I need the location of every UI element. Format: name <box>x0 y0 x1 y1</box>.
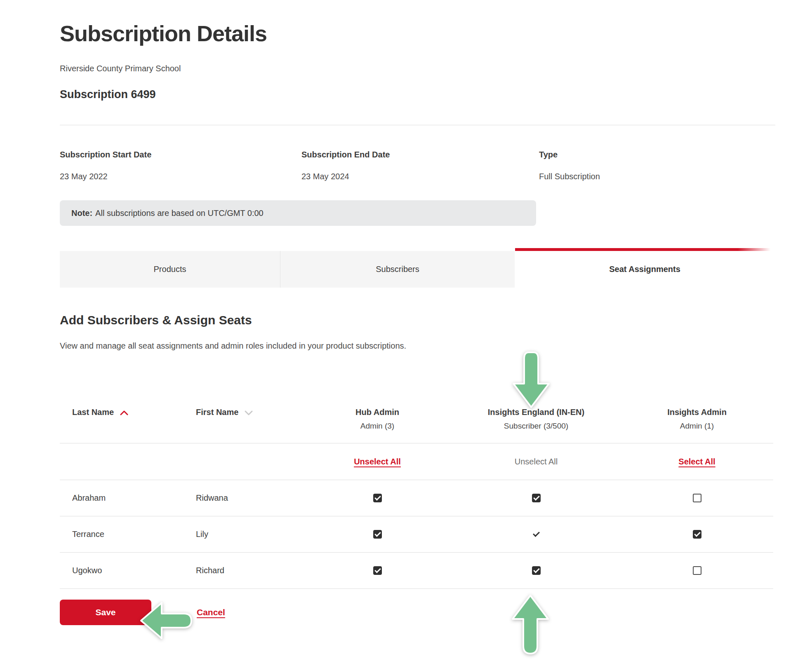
insights-admin-label: Insights Admin <box>621 408 773 417</box>
hub-admin-label: Hub Admin <box>303 408 452 417</box>
insights-admin-select-all-link[interactable]: Select All <box>678 457 715 466</box>
cancel-link[interactable]: Cancel <box>197 607 225 617</box>
insights-england-label: Insights England (IN-EN) <box>452 408 621 417</box>
note-text: All subscriptions are based on UTC/GMT 0… <box>95 209 264 218</box>
bulk-insights-england: Unselect All <box>452 457 621 466</box>
end-date-label: Subscription End Date <box>301 150 539 159</box>
hub-admin-checkbox[interactable] <box>373 530 382 539</box>
hub-admin-cell <box>303 530 452 539</box>
first-name-header-label: First Name <box>196 408 238 417</box>
insights-england-checkbox[interactable] <box>532 494 541 502</box>
column-header-first-name[interactable]: First Name <box>184 408 303 417</box>
form-actions: Save Cancel <box>60 600 812 625</box>
school-name: Riverside County Primary School <box>60 64 812 73</box>
end-date-value: 23 May 2024 <box>301 172 539 181</box>
start-date-field: Subscription Start Date 23 May 2022 <box>60 150 301 181</box>
insights-admin-checkbox[interactable] <box>693 530 701 539</box>
insights-admin-cell <box>621 566 773 575</box>
table-header-row: Last Name First Name Hub Admin Admin (3)… <box>60 404 773 443</box>
insights-england-cell <box>452 494 621 502</box>
first-name-cell: Richard <box>184 566 303 575</box>
column-header-last-name[interactable]: Last Name <box>60 408 184 417</box>
section-divider <box>60 125 775 125</box>
hub-admin-checkbox[interactable] <box>373 566 382 575</box>
seat-section-heading: Add Subscribers & Assign Seats <box>60 313 812 327</box>
end-date-field: Subscription End Date 23 May 2024 <box>301 150 539 181</box>
insights-england-readonly-check-icon <box>532 530 541 539</box>
type-label: Type <box>539 150 775 159</box>
bulk-hub-admin: Unselect All <box>303 457 452 466</box>
column-header-insights-england: Insights England (IN-EN) Subscriber (3/5… <box>452 408 621 431</box>
timezone-note: Note: All subscriptions are based on UTC… <box>60 200 536 226</box>
hub-admin-cell <box>303 494 452 502</box>
last-name-cell: Abraham <box>60 493 184 503</box>
insights-admin-cell <box>621 530 773 539</box>
hub-admin-unselect-all-link[interactable]: Unselect All <box>354 457 401 466</box>
seat-section-description: View and manage all seat assignments and… <box>60 341 812 351</box>
note-label: Note: <box>71 209 92 218</box>
column-header-hub-admin: Hub Admin Admin (3) <box>303 408 452 431</box>
last-name-cell: Ugokwo <box>60 566 184 575</box>
table-row: Terrance Lily <box>60 516 773 553</box>
insights-england-checkbox[interactable] <box>532 566 541 575</box>
sort-desc-icon <box>244 410 253 416</box>
hub-admin-sublabel: Admin (3) <box>303 422 452 431</box>
bulk-actions-row: Unselect All Unselect All Select All <box>60 443 773 480</box>
hub-admin-checkbox[interactable] <box>373 494 382 502</box>
insights-england-sublabel: Subscriber (3/500) <box>452 422 621 431</box>
column-header-insights-admin: Insights Admin Admin (1) <box>621 408 773 431</box>
insights-admin-checkbox[interactable] <box>693 566 701 575</box>
bulk-insights-admin: Select All <box>621 457 773 466</box>
table-row: Abraham Ridwana <box>60 480 773 516</box>
first-name-cell: Lily <box>184 530 303 539</box>
last-name-header-label: Last Name <box>72 408 114 417</box>
type-value: Full Subscription <box>539 172 775 181</box>
insights-admin-checkbox[interactable] <box>693 494 701 502</box>
subscription-number-heading: Subscription 6499 <box>60 88 812 101</box>
start-date-label: Subscription Start Date <box>60 150 301 159</box>
start-date-value: 23 May 2022 <box>60 172 301 181</box>
insights-england-cell <box>452 566 621 575</box>
subscription-details-page: Subscription Details Riverside County Pr… <box>0 0 812 625</box>
active-tab-indicator <box>515 248 812 251</box>
insights-admin-sublabel: Admin (1) <box>621 422 773 431</box>
save-button[interactable]: Save <box>60 600 151 625</box>
first-name-cell: Ridwana <box>184 493 303 503</box>
seat-assignments-table: Last Name First Name Hub Admin Admin (3)… <box>60 404 773 589</box>
tab-seat-assignments[interactable]: Seat Assignments <box>515 251 775 288</box>
page-title: Subscription Details <box>60 21 812 46</box>
last-name-cell: Terrance <box>60 530 184 539</box>
tab-products[interactable]: Products <box>60 251 280 288</box>
insights-admin-cell <box>621 494 773 502</box>
hub-admin-cell <box>303 566 452 575</box>
insights-england-cell <box>452 530 621 539</box>
subscription-info-row: Subscription Start Date 23 May 2022 Subs… <box>60 150 775 181</box>
table-row: Ugokwo Richard <box>60 553 773 589</box>
sort-asc-icon <box>120 410 129 416</box>
subscription-tabs: Products Subscribers Seat Assignments <box>60 248 812 288</box>
type-field: Type Full Subscription <box>539 150 775 181</box>
insights-england-unselect-all-label: Unselect All <box>515 457 558 466</box>
tab-subscribers[interactable]: Subscribers <box>280 251 515 288</box>
